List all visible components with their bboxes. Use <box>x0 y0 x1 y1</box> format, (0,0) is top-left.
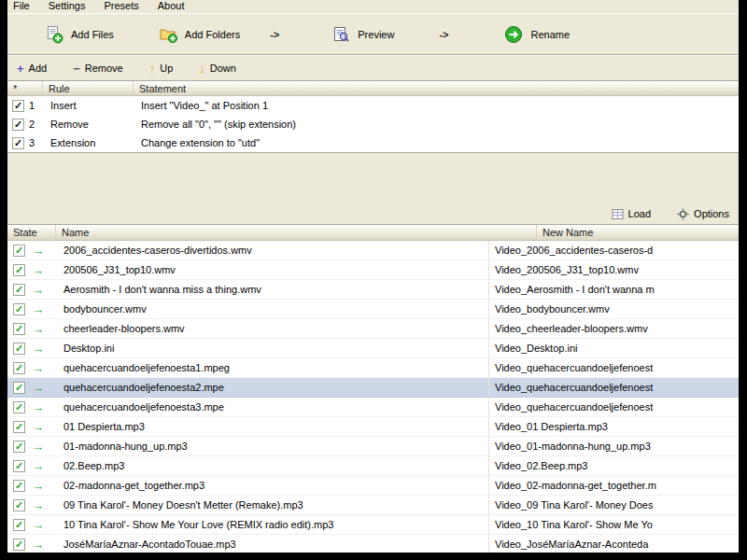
menu-presets[interactable]: Presets <box>104 0 138 13</box>
check-icon: ✓ <box>15 304 23 315</box>
file-new-name: Video_02.Beep.mp3 <box>488 456 739 475</box>
rule-statement: Change extension to "utd" <box>134 137 739 148</box>
file-row[interactable]: ✓→02.Beep.mp3Video_02.Beep.mp3 <box>7 456 739 476</box>
menu-settings[interactable]: Settings <box>49 0 86 13</box>
options-button[interactable]: Options <box>677 208 729 220</box>
rule-row[interactable]: ✓1InsertInsert "Video_" at Position 1 <box>7 96 739 115</box>
add-folders-button[interactable]: Add Folders <box>159 25 240 44</box>
file-name: 01 Despierta.mp3 <box>56 421 488 432</box>
file-row[interactable]: ✓→Aerosmith - I don't wanna miss a thing… <box>7 280 739 300</box>
rename-label: Rename <box>530 29 570 40</box>
file-checkbox[interactable]: ✓ <box>13 323 25 335</box>
rule-checkbox[interactable]: ✓ <box>12 137 24 149</box>
check-icon: ✓ <box>15 402 23 413</box>
file-row[interactable]: ✓→10 Tina Karol'- Show Me Your Love (REM… <box>7 515 739 535</box>
check-icon: ✓ <box>15 422 23 432</box>
rule-down-button[interactable]: ↓ Down <box>199 63 236 75</box>
file-row[interactable]: ✓→01-madonna-hung_up.mp3Video_01-madonna… <box>7 437 739 456</box>
rule-checkbox[interactable]: ✓ <box>12 100 24 112</box>
flow-arrow-2: -> <box>439 29 448 40</box>
file-row[interactable]: ✓→JoséMaríaAznar-AcontadoTouae.mp3Video_… <box>7 535 739 553</box>
rule-checkbox[interactable]: ✓ <box>12 119 24 131</box>
rule-remove-button[interactable]: − Remove <box>73 63 123 75</box>
file-checkbox[interactable]: ✓ <box>13 264 25 276</box>
file-checkbox[interactable]: ✓ <box>13 362 25 374</box>
rules-table-body: ✓1InsertInsert "Video_" at Position 1✓2R… <box>7 96 739 152</box>
load-button[interactable]: Load <box>612 208 651 220</box>
rename-button[interactable]: Rename <box>504 25 570 44</box>
preview-label: Preview <box>358 29 394 40</box>
rule-number: 3 <box>29 137 35 148</box>
rule-row[interactable]: ✓3ExtensionChange extension to "utd" <box>7 133 739 152</box>
file-checkbox[interactable]: ✓ <box>13 460 25 472</box>
check-icon: ✓ <box>15 481 23 491</box>
options-label: Options <box>694 208 729 219</box>
state-arrow-icon: → <box>32 539 44 551</box>
file-row[interactable]: ✓→Desktop.iniVideo_Desktop.ini <box>7 339 739 358</box>
rules-header-statement[interactable]: Statement <box>134 81 739 95</box>
file-row[interactable]: ✓→01 Despierta.mp3Video_01 Despierta.mp3 <box>7 417 739 437</box>
file-row[interactable]: ✓→quehacercuandoeljefenoesta1.mpegVideo_… <box>7 358 739 378</box>
file-checkbox[interactable]: ✓ <box>13 519 25 531</box>
rule-up-button[interactable]: ↑ Up <box>149 63 174 75</box>
file-checkbox[interactable]: ✓ <box>13 303 25 315</box>
rules-header-rule[interactable]: Rule <box>43 81 134 95</box>
file-checkbox[interactable]: ✓ <box>13 539 25 551</box>
check-icon: ✓ <box>15 245 23 256</box>
state-arrow-icon: → <box>32 343 44 355</box>
state-arrow-icon: → <box>32 362 44 374</box>
file-row[interactable]: ✓→09 Tina Karol'- Money Doesn't Metter (… <box>7 496 739 515</box>
rule-add-label: Add <box>29 63 48 74</box>
file-checkbox[interactable]: ✓ <box>13 441 25 453</box>
file-checkbox[interactable]: ✓ <box>13 421 25 433</box>
file-checkbox[interactable]: ✓ <box>13 401 25 413</box>
preview-icon <box>331 25 350 44</box>
file-checkbox[interactable]: ✓ <box>13 284 25 296</box>
files-header-new-name[interactable]: New Name <box>537 225 739 240</box>
files-table-header: State Name New Name <box>7 224 739 241</box>
arrow-up-icon: ↑ <box>149 63 156 75</box>
files-header-name[interactable]: Name <box>56 225 537 240</box>
file-new-name: Video_JoséMaríaAznar-Aconteda <box>488 535 739 553</box>
add-files-button[interactable]: Add Files <box>45 25 114 44</box>
file-new-name: Video_2006_accidentes-caseros-d <box>488 241 739 259</box>
state-arrow-icon: → <box>32 480 44 492</box>
file-row[interactable]: ✓→200506_J31_top10.wmvVideo_200506_J31_t… <box>7 260 739 280</box>
file-new-name: Video_10 Tina Karol'- Show Me Yo <box>488 515 739 534</box>
rules-panel-empty-area <box>7 153 739 203</box>
check-icon: ✓ <box>15 324 23 334</box>
file-checkbox[interactable]: ✓ <box>13 382 25 394</box>
rules-header-check[interactable]: * <box>7 81 43 95</box>
flow-arrow-1: -> <box>270 29 279 40</box>
file-row[interactable]: ✓→02-madonna-get_together.mp3Video_02-ma… <box>7 476 739 496</box>
rule-name: Insert <box>43 100 134 111</box>
file-row[interactable]: ✓→quehacercuandoeljefenoesta2.mpeVideo_q… <box>7 378 739 398</box>
preview-button[interactable]: Preview <box>331 25 394 44</box>
file-row[interactable]: ✓→quehacercuandoeljefenoesta3.mpeVideo_q… <box>7 398 739 417</box>
rules-table-header: * Rule Statement <box>7 80 739 96</box>
menu-file[interactable]: File <box>13 0 30 13</box>
file-name: Desktop.ini <box>56 343 488 354</box>
load-label: Load <box>628 208 651 219</box>
file-checkbox[interactable]: ✓ <box>13 245 25 257</box>
file-new-name: Video_02-madonna-get_together.m <box>488 476 739 495</box>
rules-table: * Rule Statement ✓1InsertInsert "Video_"… <box>7 80 739 153</box>
file-checkbox[interactable]: ✓ <box>13 343 25 355</box>
file-row[interactable]: ✓→cheerleader-bloopers.wmvVideo_cheerlea… <box>7 319 739 339</box>
check-icon: ✓ <box>14 101 22 111</box>
state-arrow-icon: → <box>32 284 44 296</box>
menu-about[interactable]: About <box>158 0 185 13</box>
rule-add-button[interactable]: + Add <box>17 63 47 75</box>
check-icon: ✓ <box>15 461 23 471</box>
list-actions-bar: Load Options <box>7 203 739 224</box>
file-checkbox[interactable]: ✓ <box>13 480 25 492</box>
file-row[interactable]: ✓→2006_accidentes-caseros-divertidos.wmv… <box>7 241 739 260</box>
file-checkbox[interactable]: ✓ <box>13 499 25 511</box>
file-row[interactable]: ✓→bodybouncer.wmvVideo_bodybouncer.wmv <box>7 300 739 319</box>
check-icon: ✓ <box>15 343 23 354</box>
files-header-state[interactable]: State <box>7 225 56 240</box>
rule-row[interactable]: ✓2RemoveRemove all "0", "" (skip extensi… <box>7 115 739 133</box>
rule-remove-label: Remove <box>85 63 123 74</box>
check-icon: ✓ <box>15 363 23 373</box>
add-files-label: Add Files <box>71 29 114 40</box>
